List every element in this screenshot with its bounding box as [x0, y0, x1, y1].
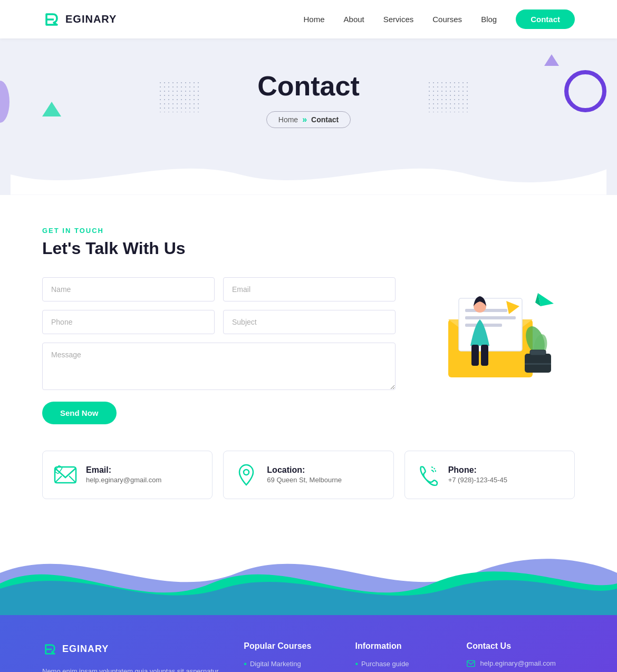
location-icon [234, 463, 258, 487]
footer-info-title: Information [355, 641, 445, 651]
svg-rect-12 [530, 350, 546, 355]
contact-section: GET IN TOUCH Let's Talk With Us Send Now [0, 195, 617, 531]
location-value: 69 Queen St, Melbourne [267, 476, 342, 484]
nav-about[interactable]: About [344, 15, 364, 24]
contact-layout: Send Now [42, 277, 575, 424]
footer-about: EGINARY Nemo enim ipsam voluptatem quia … [42, 641, 223, 672]
footer-brand-name: EGINARY [62, 644, 109, 655]
section-subtitle: GET IN TOUCH [42, 227, 575, 235]
footer-contact-title: Contact Us [467, 641, 575, 651]
subject-input[interactable] [223, 310, 396, 334]
contact-form: Send Now [42, 277, 396, 424]
email-value: help.eginary@gmail.com [86, 476, 161, 484]
footer-info-list: Purchase guide Privacy policy Terms of s… [355, 659, 445, 672]
breadcrumb-home[interactable]: Home [278, 115, 298, 124]
hero-wave [11, 144, 606, 195]
hero-title: Contact [11, 70, 606, 102]
breadcrumb-current: Contact [311, 115, 339, 124]
info-cards: Email: help.eginary@gmail.com Location: … [42, 451, 575, 499]
footer: EGINARY Nemo enim ipsam voluptatem quia … [0, 615, 617, 672]
form-row-1 [42, 277, 396, 301]
footer-desc-1: Nemo enim ipsam voluptatem quia voluptas… [42, 666, 223, 672]
phone-value: +7 (928)-123-45-45 [448, 476, 507, 484]
location-label: Location: [267, 465, 342, 475]
svg-rect-22 [467, 660, 474, 666]
footer-contact: Contact Us help.eginary@gmail.com King S… [467, 641, 575, 672]
email-icon [53, 463, 78, 487]
info-card-phone: Phone: +7 (928)-123-45-45 [404, 451, 575, 499]
triangle-top-right [544, 54, 559, 66]
svg-marker-7 [538, 293, 554, 306]
send-button[interactable]: Send Now [42, 402, 117, 424]
contact-illustration [427, 277, 575, 385]
form-row-2 [42, 310, 396, 334]
footer-email-icon [467, 659, 475, 668]
svg-rect-15 [471, 345, 479, 366]
phone-info: Phone: +7 (928)-123-45-45 [448, 465, 507, 484]
section-title: Let's Talk With Us [42, 239, 575, 258]
hero-section: Contact Home » Contact [0, 38, 617, 195]
footer-grid: EGINARY Nemo enim ipsam voluptatem quia … [42, 641, 575, 672]
footer-wave-container [0, 531, 617, 615]
nav-services[interactable]: Services [383, 15, 414, 24]
message-textarea[interactable] [42, 343, 396, 390]
info-card-email: Email: help.eginary@gmail.com [42, 451, 213, 499]
footer-courses-list: Digital Marketing Copywriting Google Adw… [244, 659, 334, 672]
phone-icon [416, 463, 440, 487]
svg-rect-16 [481, 345, 488, 366]
svg-rect-3 [465, 309, 507, 312]
navbar: EGINARY Home About Services Courses Blog… [0, 0, 617, 38]
svg-line-19 [69, 476, 76, 483]
brand-name: EGINARY [65, 13, 117, 25]
location-info: Location: 69 Queen St, Melbourne [267, 465, 342, 484]
info-card-location: Location: 69 Queen St, Melbourne [223, 451, 393, 499]
nav-links: Home About Services Courses Blog Contact [304, 9, 575, 29]
footer-courses: Popular Courses Digital Marketing Copywr… [244, 641, 334, 672]
email-input[interactable] [223, 277, 396, 301]
svg-line-18 [55, 476, 62, 483]
footer-wave [0, 531, 617, 615]
footer-information: Information Purchase guide Privacy polic… [355, 641, 445, 672]
footer-logo: EGINARY [42, 641, 223, 657]
breadcrumb-separator: » [302, 115, 307, 124]
email-info: Email: help.eginary@gmail.com [86, 465, 161, 484]
svg-point-21 [244, 470, 249, 475]
phone-label: Phone: [448, 465, 507, 475]
list-item[interactable]: Digital Marketing [244, 659, 334, 669]
nav-courses[interactable]: Courses [432, 15, 462, 24]
nav-blog[interactable]: Blog [481, 15, 497, 24]
footer-email-value: help.eginary@gmail.com [480, 659, 556, 667]
logo-icon [42, 10, 61, 29]
envelope-illustration [427, 277, 564, 383]
svg-rect-17 [55, 467, 76, 483]
svg-rect-4 [465, 316, 516, 319]
triangle-left [42, 102, 61, 116]
svg-rect-13 [525, 363, 551, 365]
nav-home[interactable]: Home [304, 15, 325, 24]
email-label: Email: [86, 465, 161, 475]
name-input[interactable] [42, 277, 215, 301]
footer-courses-title: Popular Courses [244, 641, 334, 651]
nav-contact-button[interactable]: Contact [516, 9, 575, 29]
breadcrumb: Home » Contact [266, 111, 351, 128]
list-item[interactable]: Purchase guide [355, 659, 445, 669]
oval-left [0, 81, 9, 123]
logo[interactable]: EGINARY [42, 10, 117, 29]
phone-input[interactable] [42, 310, 215, 334]
footer-logo-icon [42, 641, 58, 657]
footer-email-item: help.eginary@gmail.com [467, 659, 575, 668]
